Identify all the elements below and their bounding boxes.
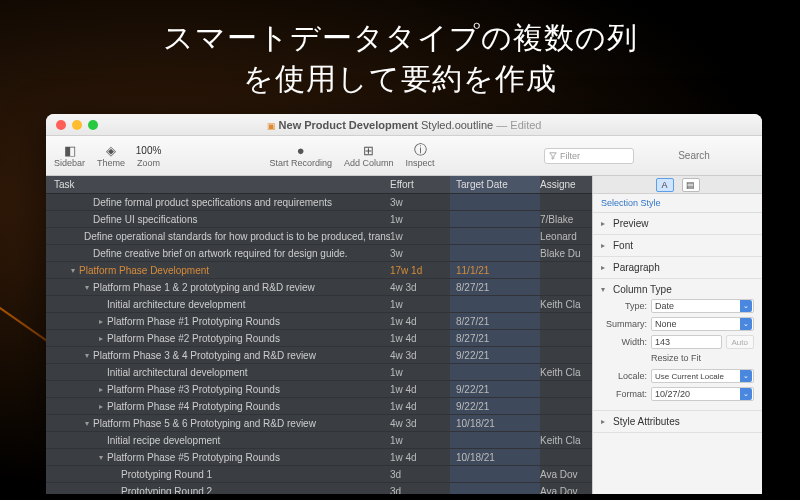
filter-input[interactable]: Filter xyxy=(544,148,634,164)
sidebar-button[interactable]: ◧Sidebar xyxy=(54,143,85,168)
inspector-panel: A ▤ Selection Style ▸Preview ▸Font ▸Para… xyxy=(592,176,762,494)
zoom-control[interactable]: 100%Zoom xyxy=(137,143,160,168)
table-row[interactable]: Initial architecture development1wKeith … xyxy=(46,296,592,313)
effort-cell: 3w xyxy=(390,197,450,208)
target-date-cell xyxy=(450,245,540,261)
start-recording-button[interactable]: ●Start Recording xyxy=(269,143,332,168)
table-row[interactable]: Prototyping Round 13dAva Dov xyxy=(46,466,592,483)
target-date-cell xyxy=(450,211,540,227)
task-text: Prototyping Round 2 xyxy=(121,486,212,495)
col-assignee[interactable]: Assigne xyxy=(540,179,592,190)
table-row[interactable]: Define UI specifications1w7/Blake xyxy=(46,211,592,228)
task-text: Platform Phase #2 Prototyping Rounds xyxy=(107,333,280,344)
type-label: Type: xyxy=(601,301,647,311)
table-row[interactable]: ▸Platform Phase #4 Prototyping Rounds1w … xyxy=(46,398,592,415)
table-row[interactable]: Define creative brief on artwork require… xyxy=(46,245,592,262)
assignee-cell: 7/Blake xyxy=(540,214,592,225)
table-row[interactable]: Initial recipe development1wKeith Cla xyxy=(46,432,592,449)
window-title: ▣ New Product Development Styled.ooutlin… xyxy=(46,119,762,131)
inspector-tab-style[interactable]: A xyxy=(656,178,674,192)
target-date-cell: 10/18/21 xyxy=(450,449,540,465)
width-input[interactable]: 143 xyxy=(651,335,722,349)
effort-cell: 3d xyxy=(390,469,450,480)
chevron-down-icon: ⌄ xyxy=(740,300,752,312)
col-task[interactable]: Task xyxy=(46,179,390,190)
format-select[interactable]: 10/27/20⌄ xyxy=(651,387,754,401)
effort-cell: 4w 3d xyxy=(390,282,450,293)
disclosure-icon[interactable]: ▸ xyxy=(96,402,105,411)
inspector-tab-doc[interactable]: ▤ xyxy=(682,178,700,192)
disclosure-icon[interactable]: ▾ xyxy=(82,419,91,428)
target-date-cell: 9/22/21 xyxy=(450,347,540,363)
locale-select[interactable]: Use Current Locale⌄ xyxy=(651,369,754,383)
chevron-down-icon: ⌄ xyxy=(740,318,752,330)
close-icon[interactable] xyxy=(56,120,66,130)
effort-cell: 3w xyxy=(390,248,450,259)
target-date-cell: 8/27/21 xyxy=(450,279,540,295)
effort-cell: 17w 1d xyxy=(390,265,450,276)
table-row[interactable]: ▾Platform Phase Development17w 1d11/1/21 xyxy=(46,262,592,279)
section-style-attributes[interactable]: ▸Style Attributes xyxy=(593,411,762,433)
type-select[interactable]: Date⌄ xyxy=(651,299,754,313)
table-row[interactable]: Define operational standards for how pro… xyxy=(46,228,592,245)
titlebar: ▣ New Product Development Styled.ooutlin… xyxy=(46,114,762,136)
effort-cell: 4w 3d xyxy=(390,350,450,361)
width-label: Width: xyxy=(601,337,647,347)
effort-cell: 1w xyxy=(390,231,450,242)
effort-cell: 1w xyxy=(390,299,450,310)
table-row[interactable]: Initial architectural development1wKeith… xyxy=(46,364,592,381)
theme-icon: ◈ xyxy=(102,143,120,157)
outline-view[interactable]: Task Effort Target Date Assigne Define f… xyxy=(46,176,592,494)
target-date-cell: 11/1/21 xyxy=(450,262,540,278)
toolbar: ◧Sidebar ◈Theme 100%Zoom ●Start Recordin… xyxy=(46,136,762,176)
traffic-lights xyxy=(56,120,98,130)
disclosure-icon[interactable]: ▸ xyxy=(96,317,105,326)
table-row[interactable]: ▾Platform Phase 3 & 4 Prototyping and R&… xyxy=(46,347,592,364)
disclosure-icon[interactable]: ▾ xyxy=(82,283,91,292)
target-date-cell xyxy=(450,194,540,210)
table-row[interactable]: Prototyping Round 23dAva Dov xyxy=(46,483,592,494)
disclosure-icon[interactable]: ▾ xyxy=(82,351,91,360)
task-text: Platform Phase #1 Prototyping Rounds xyxy=(107,316,280,327)
task-text: Define UI specifications xyxy=(93,214,198,225)
section-paragraph[interactable]: ▸Paragraph xyxy=(593,257,762,279)
table-row[interactable]: ▾Platform Phase #5 Prototyping Rounds1w … xyxy=(46,449,592,466)
zoom-icon[interactable] xyxy=(88,120,98,130)
table-row[interactable]: ▾Platform Phase 1 & 2 prototyping and R&… xyxy=(46,279,592,296)
inspect-button[interactable]: ⓘInspect xyxy=(406,143,435,168)
disclosure-icon[interactable]: ▸ xyxy=(96,334,105,343)
minimize-icon[interactable] xyxy=(72,120,82,130)
effort-cell: 1w 4d xyxy=(390,316,450,327)
col-target-date[interactable]: Target Date xyxy=(450,176,540,193)
table-row[interactable]: Define formal product specifications and… xyxy=(46,194,592,211)
auto-button[interactable]: Auto xyxy=(726,335,754,349)
disclosure-icon[interactable]: ▸ xyxy=(96,385,105,394)
assignee-cell: Blake Du xyxy=(540,248,592,259)
task-text: Define formal product specifications and… xyxy=(93,197,332,208)
table-row[interactable]: ▾Platform Phase 5 & 6 Prototyping and R&… xyxy=(46,415,592,432)
col-effort[interactable]: Effort xyxy=(390,179,450,190)
theme-button[interactable]: ◈Theme xyxy=(97,143,125,168)
table-row[interactable]: ▸Platform Phase #1 Prototyping Rounds1w … xyxy=(46,313,592,330)
disclosure-icon[interactable]: ▾ xyxy=(96,453,105,462)
resize-to-fit[interactable]: Resize to Fit xyxy=(651,353,754,363)
table-row[interactable]: ▸Platform Phase #3 Prototyping Rounds1w … xyxy=(46,381,592,398)
effort-cell: 1w 4d xyxy=(390,452,450,463)
task-text: Platform Phase #3 Prototyping Rounds xyxy=(107,384,280,395)
add-column-button[interactable]: ⊞Add Column xyxy=(344,143,394,168)
effort-cell: 1w 4d xyxy=(390,401,450,412)
format-label: Format: xyxy=(601,389,647,399)
task-text: Initial architecture development xyxy=(107,299,245,310)
section-preview[interactable]: ▸Preview xyxy=(593,213,762,235)
target-date-cell xyxy=(450,466,540,482)
summary-select[interactable]: None⌄ xyxy=(651,317,754,331)
task-text: Platform Phase 1 & 2 prototyping and R&D… xyxy=(93,282,315,293)
table-row[interactable]: ▸Platform Phase #2 Prototyping Rounds1w … xyxy=(46,330,592,347)
effort-cell: 1w 4d xyxy=(390,384,450,395)
section-font[interactable]: ▸Font xyxy=(593,235,762,257)
task-text: Platform Phase Development xyxy=(79,265,209,276)
disclosure-icon[interactable]: ▾ xyxy=(68,266,77,275)
effort-cell: 1w xyxy=(390,214,450,225)
task-text: Initial recipe development xyxy=(107,435,220,446)
inspect-icon: ⓘ xyxy=(411,143,429,157)
